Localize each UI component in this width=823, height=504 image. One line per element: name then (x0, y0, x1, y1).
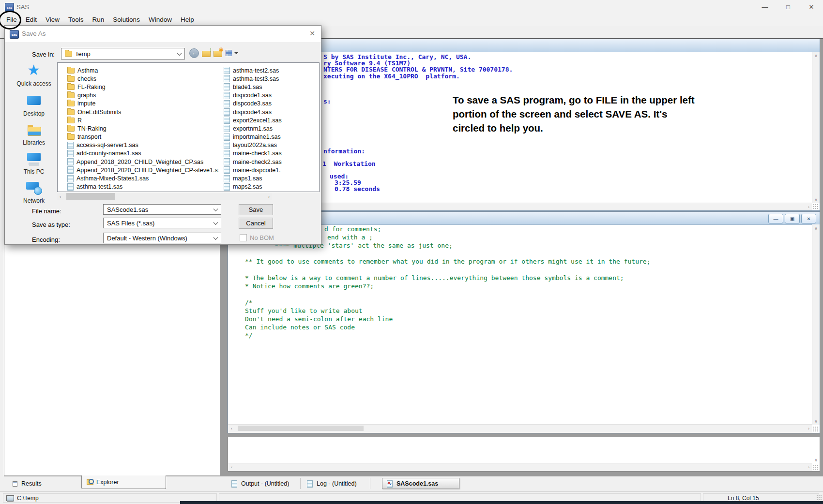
scroll-left-icon[interactable]: ‹ (57, 193, 63, 200)
file-name-combobox[interactable]: SAScode1.sas (103, 204, 221, 215)
places-item[interactable]: Network (10, 180, 58, 204)
encoding-combobox[interactable]: Default - Western (Windows) (103, 233, 221, 243)
places-item[interactable]: Libraries (10, 122, 58, 146)
panel-tab-icon (87, 479, 93, 485)
resize-grip-icon[interactable] (813, 204, 819, 210)
dialog-titlebar[interactable]: sas Save As ✕ (5, 26, 321, 42)
window-tab[interactable]: Output - (Untitled) (227, 478, 301, 489)
save-button[interactable]: Save (239, 204, 273, 215)
scroll-right-icon[interactable]: › (805, 203, 812, 210)
menu-item[interactable]: Tools (64, 14, 88, 26)
panel-tab[interactable]: Explorer (81, 475, 166, 489)
scrollbar-thumb[interactable] (238, 426, 364, 431)
file-list-item[interactable]: Asthma-Mixed-States1.sas (67, 174, 218, 182)
window-resize-grip-icon[interactable] (816, 495, 822, 500)
file-type-icon (67, 126, 75, 132)
save-as-type-value: SAS Files (*.sas) (107, 220, 154, 227)
panel-tab[interactable]: Results (7, 478, 70, 489)
window-tab[interactable]: Log - (Untitled) (303, 478, 370, 489)
scroll-up-icon[interactable]: ∧ (812, 52, 820, 59)
menu-item[interactable]: Run (88, 14, 109, 26)
maximize-button[interactable]: □ (777, 0, 800, 14)
scroll-down-icon[interactable]: ∨ (812, 417, 820, 425)
places-item[interactable]: Desktop (10, 93, 58, 117)
menu-item[interactable]: Solutions (108, 14, 144, 26)
menu-item[interactable]: Edit (21, 14, 41, 26)
places-item[interactable]: This PC (10, 151, 58, 175)
minimize-button[interactable]: — (753, 0, 777, 14)
child-restore-button[interactable]: ▣ (785, 214, 800, 223)
file-name-label: maine-dispcode1. (233, 167, 281, 174)
file-list-item[interactable]: OneEditSubmits (67, 108, 218, 116)
menu-item[interactable]: View (41, 14, 64, 26)
file-list-item[interactable]: blade1.sas (224, 83, 319, 91)
file-list-item[interactable]: TN-Raking (67, 124, 218, 133)
resize-grip-icon[interactable] (813, 426, 819, 432)
file-list-item[interactable]: maps1.sas (224, 174, 319, 182)
places-item[interactable]: Quick access (10, 63, 58, 87)
file-list-item[interactable]: importmaine1.sas (224, 133, 319, 141)
lower-editor-pane[interactable]: ∨ ‹ › (228, 437, 820, 472)
file-list-item[interactable]: asthma-test2.sas (224, 66, 319, 74)
log-vertical-scrollbar[interactable]: ∧ ∨ (812, 52, 820, 203)
scroll-right-icon[interactable]: › (266, 193, 272, 200)
lower-pane-horizontal-scrollbar[interactable]: ‹ › (228, 463, 812, 471)
file-list-item[interactable]: dispcode4.sas (224, 108, 319, 116)
file-list-item[interactable]: transport (67, 133, 218, 141)
scroll-up-icon[interactable]: ∧ (812, 224, 820, 232)
file-list-item[interactable]: exportnm1.sas (224, 124, 319, 133)
back-button-icon[interactable] (189, 48, 199, 58)
child-close-button[interactable]: ✕ (801, 214, 816, 223)
file-type-icon (224, 75, 230, 82)
new-folder-icon[interactable] (213, 48, 223, 58)
editor-horizontal-scrollbar[interactable]: ‹ › (228, 424, 812, 433)
save-as-type-combobox[interactable]: SAS Files (*.sas) (103, 218, 221, 228)
file-list-item[interactable]: asthma-test1.sas (67, 183, 218, 191)
editor-vertical-scrollbar[interactable]: ∧ ∨ (812, 224, 820, 425)
menu-item[interactable]: File (2, 14, 21, 26)
scroll-down-icon[interactable]: ∨ (812, 456, 820, 463)
file-list-item[interactable]: access-sql-server1.sas (67, 141, 218, 149)
file-list-item[interactable]: maine-dispcode1. (224, 166, 319, 174)
file-list-item[interactable]: maine-check1.sas (224, 149, 319, 158)
file-list-horizontal-scrollbar[interactable]: ‹ › (57, 193, 272, 200)
no-bom-checkbox[interactable] (240, 234, 247, 241)
child-minimize-button[interactable]: — (768, 214, 783, 223)
resize-grip-icon[interactable] (813, 464, 819, 471)
menu-item[interactable]: Window (144, 14, 176, 26)
dialog-close-button[interactable]: ✕ (305, 27, 320, 40)
file-list-item[interactable]: maps2.sas (224, 183, 319, 191)
menu-item[interactable]: Help (176, 14, 198, 26)
file-list-item[interactable]: R (67, 116, 218, 124)
file-list-item[interactable]: graphs (67, 91, 218, 100)
scroll-left-icon[interactable]: ‹ (228, 463, 235, 471)
file-list-item[interactable]: Append_2018_2020_CHILD_Weighted_CP.sas (67, 158, 218, 166)
file-list-item[interactable]: maine-check2.sas (224, 158, 319, 166)
view-menu-icon[interactable] (225, 48, 239, 58)
file-list-item[interactable]: add-county-names1.sas (67, 149, 218, 158)
file-list-item[interactable]: FL-Raking (67, 83, 218, 91)
file-list-item[interactable]: Append_2018_2020_CHILD_Weighted_CP-steve… (67, 166, 218, 174)
file-list-item[interactable]: checks (67, 74, 218, 83)
file-list-item[interactable]: dispcode3.sas (224, 100, 319, 108)
up-one-level-icon[interactable] (201, 48, 211, 58)
scroll-right-icon[interactable]: › (805, 425, 812, 432)
file-type-icon (67, 142, 74, 149)
file-list-item[interactable]: layout2022a.sas (224, 141, 319, 149)
window-tab[interactable]: SAScode1.sas (382, 478, 459, 489)
file-list-item[interactable]: asthma-test3.sas (224, 74, 319, 83)
cancel-button[interactable]: Cancel (239, 218, 273, 229)
file-list-item[interactable]: export2excel1.sas (224, 116, 319, 124)
scroll-down-icon[interactable]: ∨ (812, 196, 820, 203)
close-button[interactable]: ✕ (800, 0, 823, 14)
lower-pane-vertical-scrollbar[interactable]: ∨ (812, 437, 820, 463)
file-list[interactable]: Asthma checks FL-Raking graphs impute (57, 62, 320, 192)
scrollbar-thumb[interactable] (66, 193, 115, 200)
save-in-combobox[interactable]: Temp (61, 48, 185, 59)
file-name-label: Asthma (77, 67, 98, 74)
file-list-item[interactable]: dispcode1.sas (224, 91, 319, 100)
file-list-item[interactable]: Asthma (67, 66, 218, 74)
file-list-item[interactable]: impute (67, 100, 218, 108)
scroll-right-icon[interactable]: › (805, 463, 812, 471)
scroll-left-icon[interactable]: ‹ (228, 425, 235, 432)
